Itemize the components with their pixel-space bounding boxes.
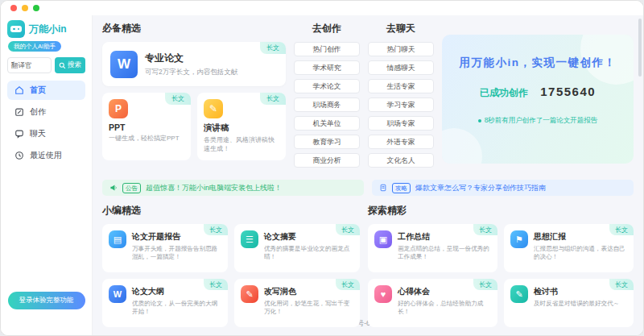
guide-bar[interactable]: 攻略 爆款文章怎么写？专家分享创作技巧指南	[372, 180, 634, 196]
pencil-icon	[14, 107, 24, 117]
home-icon	[14, 85, 24, 95]
announcement-bar[interactable]: 公告 超值惊喜！万能小in电脑端安装包上线啦！	[102, 180, 364, 196]
longform-badge: 长文	[165, 93, 191, 105]
section-title: 去创作	[294, 22, 360, 35]
clock-icon	[14, 151, 24, 160]
pencil-icon: ✎	[204, 99, 223, 118]
card-self-criticism[interactable]: ✎ 检讨书 及时反省是对错误的最好交代～ 长文	[504, 279, 634, 327]
longform-badge: 长文	[473, 279, 497, 290]
card-desc: 可写2万字长文，内容包括文献	[145, 68, 237, 77]
search-bar: 搜索	[7, 57, 85, 73]
card-desc: 优质的论文，从一份完美的大纲开始！	[132, 300, 221, 317]
create-item[interactable]: 机关单位	[294, 116, 360, 131]
fullscreen-button[interactable]	[33, 5, 39, 11]
search-input[interactable]	[7, 57, 52, 73]
megaphone-icon	[109, 184, 118, 192]
card-reflections[interactable]: ♥ 心得体会 好的心得体会，总结经验助力成长！ 长文	[368, 279, 497, 327]
create-item[interactable]: 商业分析	[294, 153, 360, 168]
card-title: 检讨书	[534, 286, 619, 297]
sidebar-item-chat[interactable]: 聊天	[7, 124, 85, 143]
sidebar-item-label: 最近使用	[30, 150, 62, 161]
close-button[interactable]	[10, 5, 17, 11]
card-thesis-proposal[interactable]: ▤ 论文开题报告 万事开头难，开题报告告别思路混乱，一篇搞定！ 长文	[102, 224, 228, 272]
minimize-button[interactable]	[22, 5, 28, 11]
sidebar-menu: 首页 创作 聊天 最近使用	[7, 81, 85, 168]
search-button[interactable]: 搜索	[55, 57, 85, 73]
flag-icon: ⚑	[510, 230, 528, 248]
sidebar-item-recent[interactable]: 最近使用	[7, 146, 85, 165]
longform-badge: 长文	[336, 279, 360, 290]
chat-item[interactable]: 文化名人	[368, 153, 434, 168]
chat-item[interactable]: 职场专家	[368, 116, 434, 131]
chat-item[interactable]: 生活专家	[368, 79, 434, 93]
section-go-create: 去创作 热门创作 学术研究 学术论文 职场商务 机关单位 教育学习 商业分析	[294, 22, 360, 172]
promo-stat-label: 已成功创作	[480, 87, 528, 98]
scrollbar[interactable]	[638, 19, 642, 77]
promo-banner: 用万能小in，实现一键创作！ 已成功创作 1755640 8秒前有用户创作了一篇…	[442, 35, 634, 164]
longform-badge: 长文	[609, 224, 634, 235]
titlebar	[1, 1, 643, 15]
chat-item[interactable]: 情感聊天	[368, 60, 434, 75]
sidebar-item-home[interactable]: 首页	[7, 81, 85, 100]
brush-icon: ✎	[241, 285, 258, 303]
sidebar-item-label: 首页	[30, 85, 46, 96]
card-rewrite-polish[interactable]: ✎ 改写润色 优化用词，妙笔生花，写出千变万化！ 长文	[234, 279, 360, 327]
card-title: 专业论文	[145, 52, 237, 65]
login-button[interactable]: 登录体验完整功能	[8, 292, 85, 309]
guide-text: 爆款文章怎么写？专家分享创作技巧指南	[415, 183, 546, 193]
promo-ticker: 8秒前有用户创作了一篇论文开题报告	[453, 116, 622, 126]
promo-ticker-text: 8秒前有用户创作了一篇论文开题报告	[485, 116, 598, 124]
ppt-icon: P	[109, 99, 128, 118]
sidebar-item-label: 创作	[30, 106, 46, 118]
section-title: 去聊天	[368, 22, 434, 35]
longform-badge: 长文	[204, 279, 228, 290]
longform-badge: 长文	[204, 224, 228, 235]
section-title: 小编精选	[102, 204, 360, 218]
pen-icon: ✎	[510, 285, 528, 303]
card-desc: 万事开头难，开题报告告别思路混乱，一篇搞定！	[132, 245, 221, 262]
create-item[interactable]: 学术研究	[294, 60, 360, 75]
promo-stat-value: 1755640	[540, 85, 596, 98]
chat-item[interactable]: 外语专家	[368, 135, 434, 149]
create-item[interactable]: 热门创作	[294, 42, 360, 56]
document-icon	[379, 184, 387, 192]
briefcase-icon: ▣	[374, 230, 392, 248]
robot-logo-icon	[7, 20, 25, 38]
logo: 万能小in	[7, 20, 85, 38]
promo-stat: 已成功创作 1755640	[453, 85, 622, 100]
section-title: 必备精选	[102, 22, 286, 35]
search-icon	[59, 62, 66, 69]
card-thesis[interactable]: W 专业论文 可写2万字长文，内容包括文献 长文	[102, 42, 286, 86]
card-desc: 各类用途、风格演讲稿快速生成！	[204, 136, 279, 154]
word-icon: W	[109, 285, 126, 303]
create-item[interactable]: 学术论文	[294, 79, 360, 93]
create-item[interactable]: 职场商务	[294, 97, 360, 112]
announcement-tag: 公告	[122, 183, 141, 193]
card-desc: 好的心得体会，总结经验助力成长！	[398, 300, 491, 317]
card-desc: 优化用词，妙笔生花，写出千变万化！	[264, 300, 353, 317]
card-thesis-outline[interactable]: W 论文大纲 优质的论文，从一份完美的大纲开始！ 长文	[102, 279, 228, 327]
card-desc: 优秀的摘要是毕业论文的画龙点睛！	[264, 245, 353, 262]
chat-item[interactable]: 热门聊天	[368, 42, 434, 56]
create-item[interactable]: 教育学习	[294, 135, 360, 149]
announcement-text: 超值惊喜！万能小in电脑端安装包上线啦！	[146, 183, 282, 193]
promo-headline: 用万能小in，实现一键创作！	[453, 56, 622, 70]
card-desc: 一键生成，轻松搞定PPT	[109, 135, 184, 143]
card-speech[interactable]: ✎ 演讲稿 各类用途、风格演讲稿快速生成！ 长文	[197, 93, 286, 160]
chat-bubble-icon	[14, 129, 24, 139]
card-ppt[interactable]: P PPT 一键生成，轻松搞定PPT 长文	[102, 93, 191, 160]
list-icon: ☰	[241, 230, 258, 248]
sidebar-item-label: 聊天	[30, 128, 46, 139]
card-thesis-abstract[interactable]: ☰ 论文摘要 优秀的摘要是毕业论文的画龙点睛！ 长文	[234, 224, 360, 272]
longform-badge: 长文	[609, 279, 634, 290]
card-desc: 汇报思想与组织的沟通，表达自己的决心！	[534, 245, 627, 262]
card-title: PPT	[109, 122, 184, 132]
section-go-chat: 去聊天 热门聊天 情感聊天 生活专家 学习专家 职场专家 外语专家 文化名人	[368, 22, 434, 172]
word-icon: W	[110, 51, 138, 78]
sidebar-item-create[interactable]: 创作	[7, 102, 85, 122]
app-name: 万能小in	[29, 23, 67, 36]
chat-item[interactable]: 学习专家	[368, 97, 434, 112]
longform-badge: 长文	[473, 224, 497, 235]
card-thought-report[interactable]: ⚑ 思想汇报 汇报思想与组织的沟通，表达自己的决心！ 长文	[504, 224, 634, 272]
card-work-summary[interactable]: ▣ 工作总结 画龙点睛的总结，呈现一份优秀的工作成果！ 长文	[368, 224, 497, 272]
